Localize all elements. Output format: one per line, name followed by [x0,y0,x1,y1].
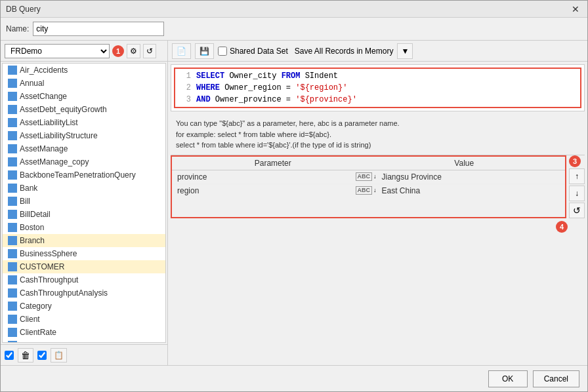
database-select[interactable]: FRDemo [5,44,110,58]
refresh-left-button[interactable]: ↺ [143,44,156,58]
hint-line-2: for example: select * from table where i… [176,129,579,140]
close-button[interactable]: ✕ [569,4,582,14]
name-label: Name: [6,24,29,33]
doc-button[interactable]: 📄 [172,43,191,59]
table-icon [8,236,17,245]
list-item[interactable]: CashThroughput [3,273,165,286]
left-toolbar: FRDemo 1 ⚙ ↺ [1,41,167,62]
list-item[interactable]: Category [3,300,165,313]
table-icon [8,302,17,311]
table-icon [8,170,17,180]
table-icon [8,144,17,153]
right-toolbar: 📄 💾 Shared Data Set Save All Records in … [168,41,587,62]
param-value-province[interactable]: Jiangsu Province [382,172,560,182]
list-item[interactable]: Annual [3,77,165,90]
list-item[interactable]: AssetManage_copy [3,155,165,168]
table-icon [8,105,17,114]
table-icon [8,275,17,284]
badge-4: 4 [556,221,568,233]
param-wrapper: Parameter Value province ABC ↓ Jiangsu P… [171,155,585,218]
table-icon [8,341,17,343]
shared-data-set-label[interactable]: Shared Data Set [218,47,288,56]
param-section: Parameter Value province ABC ↓ Jiangsu P… [171,155,566,218]
save-button[interactable]: 💾 [195,43,214,59]
param-col-header-1: Parameter [177,159,369,168]
hint-line-1: You can type "${abc}" as a parameter, he… [176,118,579,129]
table-icon [8,288,17,298]
param-value-region[interactable]: East China [382,186,560,195]
list-item[interactable]: Bank [3,182,165,195]
list-item[interactable]: Bill [3,195,165,208]
param-refresh-button[interactable]: ↺ [569,203,585,218]
settings-button[interactable]: ⚙ [127,44,140,58]
list-item[interactable]: BillDetail [3,208,165,221]
save-records-text: Save All Records in Memory [295,47,394,56]
table-icon [8,131,17,140]
save-records-dropdown[interactable]: ▼ [397,43,413,59]
ok-button[interactable]: OK [488,370,528,387]
checkbox-2[interactable] [37,351,47,360]
list-item[interactable]: ClientTracking [3,339,165,343]
param-type-province: ABC ↓ [356,172,377,181]
table-icon [8,315,17,324]
list-item[interactable]: Client [3,313,165,326]
sql-line-1: 1 SELECT Owner_city FROM SIndent [178,70,578,82]
name-row: Name: [1,18,587,41]
param-col-header-2: Value [369,159,560,168]
list-item[interactable]: AssetLiabilityList [3,116,165,129]
list-item[interactable]: BackboneTeamPenetrationQuery [3,168,165,182]
window-title: DB Query [6,5,41,14]
title-bar: DB Query ✕ [1,1,587,18]
list-item[interactable]: Boston [3,221,165,234]
param-buttons: 3 ↑ ↓ ↺ [569,155,585,218]
badge-1: 1 [112,45,124,57]
sql-content: 1 SELECT Owner_city FROM SIndent 2 WHERE… [171,65,584,111]
sql-editor[interactable]: 1 SELECT Owner_city FROM SIndent 2 WHERE… [171,64,585,111]
shared-data-set-text: Shared Data Set [230,47,288,56]
list-item-customer[interactable]: CUSTOMER [3,260,165,273]
left-panel: FRDemo 1 ⚙ ↺ Air_Accidents Annual AssetC… [1,41,168,365]
sql-line-3: 3 AND Owner_province = '${province}' [178,94,578,106]
list-item[interactable]: BusinessSphere [3,247,165,260]
dataset-list[interactable]: Air_Accidents Annual AssetChange AssetDe… [2,63,166,343]
param-type-region: ABC ↓ [356,186,377,195]
param-down-button[interactable]: ↓ [569,186,585,201]
param-name-province: province [177,172,356,182]
badge-3: 3 [569,155,581,167]
list-item[interactable]: CashThroughputAnalysis [3,286,165,300]
bottom-bar: OK Cancel [1,365,587,391]
param-name-region: region [177,186,356,195]
hint-line-3: select * from table where id='${abc}'.(i… [176,140,579,151]
delete-left-button[interactable]: 🗑 [18,348,33,363]
list-item[interactable]: AssetDebt_equityGrowth [3,103,165,116]
list-item[interactable]: Air_Accidents [3,64,165,77]
list-item[interactable]: AssetChange [3,90,165,103]
table-icon [8,79,17,88]
table-icon [8,328,17,337]
list-item[interactable]: AssetManage [3,142,165,155]
list-item-branch[interactable]: Branch [3,234,165,247]
right-panel: 📄 💾 Shared Data Set Save All Records in … [168,41,587,365]
param-row-region: region ABC ↓ East China [172,184,565,197]
table-icon [8,157,17,167]
checkbox-1[interactable] [5,351,14,360]
copy-left-button[interactable]: 📋 [51,348,67,363]
param-row-province: province ABC ↓ Jiangsu Province [172,170,565,184]
cancel-button[interactable]: Cancel [533,370,579,387]
shared-data-set-checkbox[interactable] [218,47,227,56]
table-icon [8,66,17,75]
param-header: Parameter Value [172,157,565,170]
name-input[interactable] [33,22,164,36]
sql-wrapper: 1 SELECT Owner_city FROM SIndent 2 WHERE… [171,64,585,111]
table-icon [8,223,17,232]
list-item[interactable]: ClientRate [3,326,165,339]
badge4-row: 4 [171,221,568,233]
hint-area: You can type "${abc}" as a parameter, he… [171,114,585,155]
sql-line-2: 2 WHERE Owner_region = '${region}' [178,82,578,94]
main-content: FRDemo 1 ⚙ ↺ Air_Accidents Annual AssetC… [1,41,587,365]
left-bottom-bar: 🗑 📋 [1,344,167,365]
param-up-button[interactable]: ↑ [569,168,585,184]
table-icon [8,197,17,206]
table-icon [8,249,17,258]
list-item[interactable]: AssetLiabilityStructure [3,129,165,142]
